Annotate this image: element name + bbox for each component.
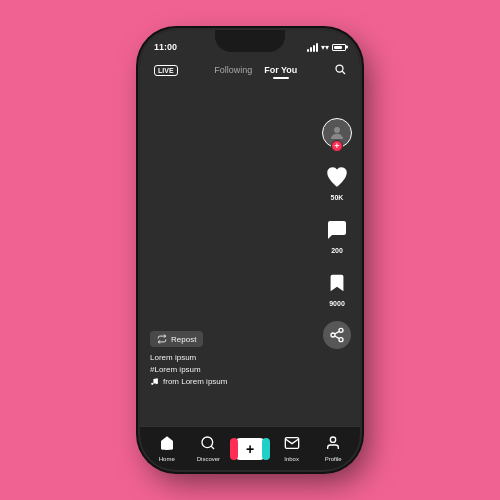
svg-point-8 xyxy=(151,383,153,385)
like-action[interactable]: 50K xyxy=(322,162,352,201)
svg-line-6 xyxy=(335,336,340,339)
phone-frame: 11:00 ▾▾ LIVE Following For You xyxy=(140,30,360,470)
status-icons: ▾▾ xyxy=(307,43,346,52)
svg-line-1 xyxy=(342,71,345,74)
comment-count: 200 xyxy=(331,247,343,254)
right-actions: + 50K xyxy=(322,118,352,349)
nav-bar: LIVE Following For You xyxy=(140,52,360,88)
music-label: from Lorem ipsum xyxy=(163,377,227,386)
plus-icon: + xyxy=(246,441,254,457)
bookmark-icon xyxy=(322,268,352,298)
repost-label: Repost xyxy=(171,335,196,344)
create-button[interactable]: + xyxy=(234,438,266,460)
svg-line-7 xyxy=(335,331,340,334)
bookmark-action[interactable]: 9000 xyxy=(322,268,352,307)
svg-line-11 xyxy=(211,446,214,449)
discover-icon xyxy=(200,435,216,454)
nav-profile[interactable]: Profile xyxy=(312,435,354,462)
creator-avatar-item[interactable]: + xyxy=(322,118,352,148)
profile-label: Profile xyxy=(325,456,342,462)
notch xyxy=(215,30,285,52)
nav-discover[interactable]: Discover xyxy=(188,435,230,462)
home-icon xyxy=(159,435,175,454)
signal-icon xyxy=(307,43,318,52)
bottom-nav: Home Discover + xyxy=(140,426,360,470)
tab-following[interactable]: Following xyxy=(214,65,252,75)
video-title: Lorem ipsum xyxy=(150,353,310,362)
status-time: 11:00 xyxy=(154,42,177,52)
follow-plus-button[interactable]: + xyxy=(331,140,343,152)
video-area: + 50K xyxy=(140,58,360,426)
bookmark-count: 9000 xyxy=(329,300,345,307)
video-music: from Lorem ipsum xyxy=(150,377,310,386)
svg-point-3 xyxy=(339,328,343,332)
heart-icon xyxy=(322,162,352,192)
inbox-label: Inbox xyxy=(284,456,299,462)
video-hashtag: #Lorem ipsum xyxy=(150,365,310,374)
profile-icon xyxy=(325,435,341,454)
live-badge[interactable]: LIVE xyxy=(154,65,178,76)
svg-point-12 xyxy=(331,437,336,442)
video-info-overlay: Repost Lorem ipsum #Lorem ipsum from Lor… xyxy=(150,331,310,386)
nav-home[interactable]: Home xyxy=(146,435,188,462)
wifi-icon: ▾▾ xyxy=(321,43,329,52)
discover-label: Discover xyxy=(197,456,220,462)
comment-icon xyxy=(322,215,352,245)
svg-point-9 xyxy=(156,382,158,384)
share-icon xyxy=(323,321,351,349)
comment-action[interactable]: 200 xyxy=(322,215,352,254)
tab-for-you[interactable]: For You xyxy=(264,65,297,75)
svg-point-2 xyxy=(334,127,340,133)
battery-icon xyxy=(332,44,346,51)
like-count: 50K xyxy=(331,194,344,201)
nav-inbox[interactable]: Inbox xyxy=(271,435,313,462)
svg-point-4 xyxy=(331,333,335,337)
phone-screen: 11:00 ▾▾ LIVE Following For You xyxy=(140,30,360,470)
inbox-icon xyxy=(284,435,300,454)
repost-tag[interactable]: Repost xyxy=(150,331,203,347)
nav-create[interactable]: + xyxy=(229,438,271,460)
avatar: + xyxy=(322,118,352,148)
search-icon[interactable] xyxy=(334,63,346,78)
share-action[interactable] xyxy=(323,321,351,349)
svg-point-5 xyxy=(339,338,343,342)
svg-point-0 xyxy=(336,65,343,72)
home-label: Home xyxy=(159,456,175,462)
nav-tabs: Following For You xyxy=(214,65,297,75)
svg-point-10 xyxy=(202,437,213,448)
